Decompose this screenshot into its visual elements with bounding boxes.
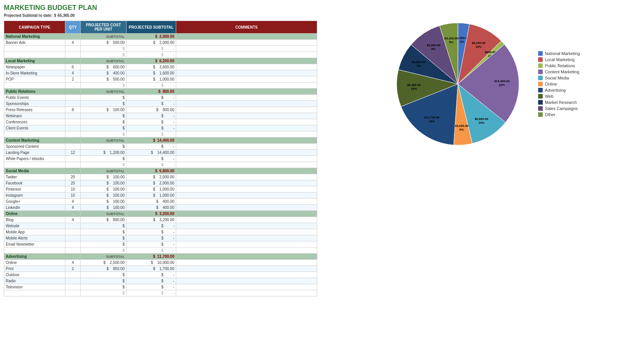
category-row: Social Media SUBTOTAL $ 6,800.00 (4, 168, 317, 174)
table-row: Sponsored Content $ $ - (4, 144, 317, 150)
legend-label: Sales Campaigns (545, 106, 578, 111)
item-subtotal: $ - (127, 241, 176, 248)
empty-subtotal: $ - (127, 162, 176, 168)
item-name: Blog (4, 217, 65, 223)
item-subtotal: $ 2,000.00 (127, 174, 176, 180)
table-row: White Papers / ebooks $ $ - (4, 156, 317, 162)
item-name: Client Events (4, 125, 65, 131)
empty-cell (4, 248, 65, 254)
category-row: Local Marketing SUBTOTAL $ 6,200.00 (4, 58, 317, 64)
table-row: Television $ $ - (4, 284, 317, 290)
item-comments (176, 70, 317, 76)
subtotal-amount: $ 14,400.00 (127, 138, 176, 144)
item-comments (176, 144, 317, 150)
item-qty: 20 (65, 180, 81, 186)
item-name: LinkedIn (4, 205, 65, 211)
item-qty: 4 (65, 199, 81, 205)
item-cost: $ (81, 278, 127, 284)
left-panel: MARKETING BUDGET PLAN Projected Subtotal… (4, 4, 317, 296)
item-cost: $ 100.00 (81, 205, 127, 211)
empty-cost: $ (81, 131, 127, 138)
table-row: Facebook 20 $ 100.00 $ 2,000.00 (4, 180, 317, 186)
item-name: Outdoor (4, 272, 65, 278)
legend-label: Social Media (545, 76, 569, 80)
category-comments (176, 34, 317, 40)
item-cost: $ (81, 95, 127, 101)
subtotal-amount: $ 11,700.00 (127, 254, 176, 260)
table-row: Twitter 20 $ 100.00 $ 2,000.00 (4, 174, 317, 180)
subtotal-amount: $ 800.00 (127, 89, 176, 95)
item-subtotal: $ - (127, 113, 176, 119)
subtotal-label: SUBTOTAL (81, 89, 127, 95)
legend-label: Local Marketing (545, 57, 575, 62)
item-name: Print (4, 266, 65, 272)
legend-color-box (538, 94, 543, 99)
item-cost: $ 800.00 (81, 217, 127, 223)
item-qty: 4 (65, 205, 81, 211)
category-comments (176, 254, 317, 260)
item-name: Facebook (4, 180, 65, 186)
table-row: Online 4 $ 2,500.00 $ 10,000.00 (4, 260, 317, 266)
item-comments (176, 266, 317, 272)
item-qty (65, 235, 81, 241)
item-comments (176, 64, 317, 70)
item-name: Mobile Alerts (4, 235, 65, 241)
item-subtotal: $ - (127, 119, 176, 125)
chart-row: $2,000.003%$6,200.0010%$800.001%$14,400.… (385, 11, 580, 157)
item-subtotal: $ 800.00 (127, 107, 176, 113)
item-name: Public Events (4, 95, 65, 101)
item-name: Pinterest (4, 186, 65, 193)
empty-cell (65, 290, 81, 296)
item-name: Sponsored Content (4, 144, 65, 150)
item-qty: 8 (65, 107, 81, 113)
table-row: Website $ $ - (4, 223, 317, 229)
table-row: Mobile App $ $ - (4, 229, 317, 235)
item-qty (65, 119, 81, 125)
pie-svg: $2,000.003%$6,200.0010%$800.001%$14,400.… (385, 11, 530, 157)
item-subtotal: $ 2,000.00 (127, 40, 176, 46)
empty-cost: $ (81, 52, 127, 58)
category-row: Public Relations SUBTOTAL $ 800.00 (4, 89, 317, 95)
category-comments (176, 138, 317, 144)
item-subtotal: $ - (127, 156, 176, 162)
legend-item: Local Marketing (538, 57, 580, 62)
category-name: Online (4, 211, 81, 217)
pie-chart: $2,000.003%$6,200.0010%$800.001%$14,400.… (385, 11, 530, 157)
header-projected-cost: PROJECTED COST PER UNIT (81, 21, 127, 34)
item-qty: 4 (65, 217, 81, 223)
item-qty (65, 284, 81, 290)
empty-comments (176, 131, 317, 138)
header-qty: QTY (65, 21, 81, 34)
table-row: Instagram 10 $ 100.00 $ 1,000.00 (4, 193, 317, 199)
item-comments (176, 156, 317, 162)
subtitle-value: 65,365.00 (58, 13, 75, 18)
item-qty (65, 113, 81, 119)
item-cost: $ 850.00 (81, 266, 127, 272)
item-cost: $ 500.00 (81, 40, 127, 46)
item-cost: $ 600.00 (81, 64, 127, 70)
header-projected-subtotal: PROJECTED SUBTOTAL (127, 21, 176, 34)
item-cost: $ (81, 235, 127, 241)
empty-cell (65, 46, 81, 52)
legend-item: Web (538, 94, 580, 99)
legend-item: Other (538, 112, 580, 117)
empty-cost: $ (81, 46, 127, 52)
legend-color-box (538, 70, 543, 74)
empty-subtotal: $ - (127, 83, 176, 89)
table-row: Email Newsletter $ $ - (4, 241, 317, 248)
item-cost: $ (81, 284, 127, 290)
item-qty: 4 (65, 70, 81, 76)
legend-label: Advertising (545, 88, 566, 92)
subtotal-label: SUBTOTAL (81, 58, 127, 64)
empty-cell (65, 83, 81, 89)
legend-item: Market Research (538, 100, 580, 105)
table-row: $ $ - (4, 162, 317, 168)
item-name: Online (4, 260, 65, 266)
table-row: $ $ - (4, 46, 317, 52)
item-subtotal: $ - (127, 235, 176, 241)
empty-comments (176, 162, 317, 168)
legend-color-box (538, 57, 543, 62)
subtitle-row: Projected Subtotal to date: $ 65,365.00 (4, 13, 317, 18)
legend-label: Public Relations (545, 63, 575, 68)
empty-subtotal: $ - (127, 290, 176, 296)
